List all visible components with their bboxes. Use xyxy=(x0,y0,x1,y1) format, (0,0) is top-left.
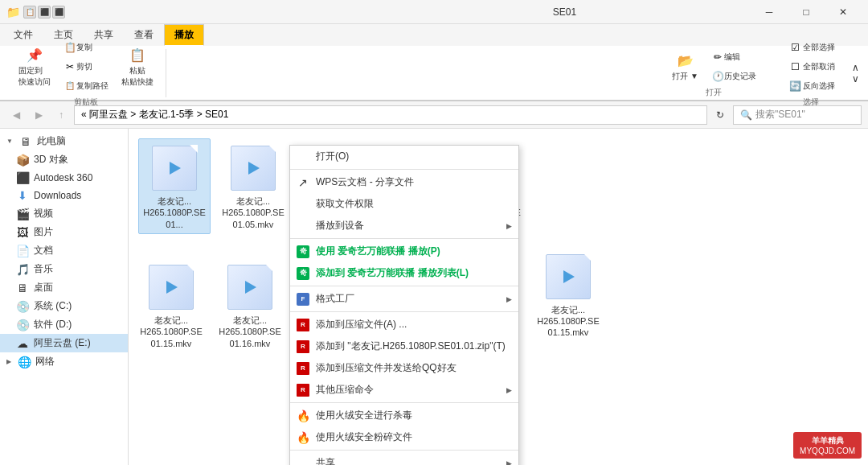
menu-play-to-device[interactable]: 播放到设备 xyxy=(290,215,518,237)
window-title: SE01 xyxy=(379,6,751,18)
nav-back-button[interactable]: ◀ xyxy=(6,105,26,125)
menu-add-to-zip[interactable]: R 添加到压缩文件(A) ... xyxy=(290,314,518,335)
menu-get-permission[interactable]: 获取文件权限 xyxy=(290,193,518,215)
maximize-button[interactable]: □ xyxy=(788,0,825,24)
sidebar-item-d-drive[interactable]: 💿 软件 (D:) xyxy=(0,315,128,334)
menu-more-compress[interactable]: R 其他压缩命令 xyxy=(290,379,518,401)
menu-open[interactable]: 打开(O) xyxy=(290,146,518,167)
sidebar-label-documents: 文档 xyxy=(34,244,53,257)
tab-file[interactable]: 文件 xyxy=(3,24,43,46)
search-icon: 🔍 xyxy=(740,109,752,121)
sidebar-item-desktop[interactable]: 🖥 桌面 xyxy=(0,278,128,297)
sidebar-item-documents[interactable]: 📄 文档 xyxy=(0,241,128,260)
file-name-2: 老友记...H265.1080P.SE01.05.mkv xyxy=(222,195,284,230)
deselect-all-button[interactable]: ☐ 全部取消 xyxy=(780,58,842,76)
tab-view[interactable]: 查看 xyxy=(124,24,164,46)
refresh-button[interactable]: ↻ xyxy=(710,105,730,125)
open-button[interactable]: 📂 打开 ▼ xyxy=(666,49,704,84)
clipboard-actions: 📌 固定到快速访问 📋 复制 ✂ 剪切 📋 复制路径 xyxy=(13,39,159,95)
play-icon-6 xyxy=(563,270,575,283)
sidebar-label-cdrive: 系统 (C:) xyxy=(34,299,72,313)
titlebar-icon3: ⬛ xyxy=(52,6,65,19)
format-icon: F xyxy=(297,293,309,306)
network-expand-arrow: ▶ xyxy=(6,358,11,365)
desktop-icon: 🖥 xyxy=(16,282,29,294)
copy-path-label: 复制路径 xyxy=(76,80,108,92)
search-box[interactable]: 🔍 搜索"SE01" xyxy=(733,105,862,125)
play-icon-7 xyxy=(166,281,178,294)
minimize-button[interactable]: ─ xyxy=(751,0,788,24)
invert-label: 反向选择 xyxy=(803,80,835,92)
iqiyi-play-icon: 奇 xyxy=(297,245,309,258)
select-actions: ☑ 全部选择 ☐ 全部取消 🔄 反向选择 xyxy=(780,39,842,95)
sidebar-item-network[interactable]: ▶ 🌐 网络 xyxy=(0,352,128,371)
titlebar-icon1: 📋 xyxy=(23,6,36,19)
file-name-1: 老友记...H265.1080P.SE01... xyxy=(143,195,205,230)
sidebar-item-downloads[interactable]: ⬇ Downloads xyxy=(0,187,128,204)
search-placeholder: 搜索"SE01" xyxy=(755,108,805,121)
file-icon-8 xyxy=(224,261,276,313)
window-controls: ─ □ ✕ xyxy=(751,0,862,24)
watermark: 羊羊精典 MYQQJD.COM xyxy=(793,432,862,459)
sidebar-label-desktop: 桌面 xyxy=(34,281,53,294)
menu-fire-shred[interactable]: 🔥 使用火绒安全粉碎文件 xyxy=(290,426,518,448)
menu-fire-scan[interactable]: 🔥 使用火绒安全进行杀毒 xyxy=(290,405,518,426)
file-item-2[interactable]: 老友记...H265.1080P.SE01.05.mkv xyxy=(217,138,289,234)
close-button[interactable]: ✕ xyxy=(825,0,862,24)
tab-play[interactable]: 播放 xyxy=(164,24,204,46)
sep4 xyxy=(290,311,518,312)
address-box[interactable]: « 阿里云盘 > 老友记.1-5季 > SE01 xyxy=(74,105,707,125)
sep5 xyxy=(290,402,518,403)
fire2-icon: 🔥 xyxy=(297,431,309,444)
menu-iqiyi-play[interactable]: 奇 使用 爱奇艺万能联播 播放(P) xyxy=(290,241,518,262)
titlebar-icon2: ⬛ xyxy=(38,6,51,19)
copy-path-button[interactable]: 📋 复制路径 xyxy=(59,77,113,95)
sidebar-item-videos[interactable]: 🎬 视频 xyxy=(0,204,128,223)
sidebar-item-autodesk[interactable]: ⬛ Autodesk 360 xyxy=(0,169,128,187)
edrive-icon: ☁ xyxy=(16,337,29,350)
pin-button[interactable]: 📌 固定到快速访问 xyxy=(13,43,56,90)
menu-share[interactable]: 共享 xyxy=(290,452,518,465)
sidebar-item-thispc[interactable]: ▼ 🖥 此电脑 xyxy=(0,132,128,150)
sidebar-item-3dobjects[interactable]: 📦 3D 对象 xyxy=(0,150,128,169)
sidebar-item-pictures[interactable]: 🖼 图片 xyxy=(0,223,128,241)
open-actions: 📂 打开 ▼ ✏ 编辑 🕐 历史记录 xyxy=(666,48,760,85)
nav-forward-button[interactable]: ▶ xyxy=(29,105,48,125)
cut-button[interactable]: ✂ 剪切 xyxy=(59,58,113,76)
window-icon: 📁 xyxy=(6,6,20,19)
watermark-text1: 羊羊精典 xyxy=(800,435,855,446)
play-icon-8 xyxy=(245,281,256,294)
menu-iqiyi-add[interactable]: 奇 添加到 爱奇艺万能联播 播放列表(L) xyxy=(290,262,518,284)
history-button[interactable]: 🕐 历史记录 xyxy=(707,68,760,85)
sidebar-item-e-drive[interactable]: ☁ 阿里云盘 (E:) xyxy=(0,334,128,352)
title-bar: 📁 📋 ⬛ ⬛ SE01 ─ □ ✕ xyxy=(0,0,868,24)
paste-button[interactable]: 📋 粘贴 粘贴快捷 xyxy=(116,43,159,90)
sidebar-item-c-drive[interactable]: 💿 系统 (C:) xyxy=(0,297,128,315)
file-item-6[interactable]: 老友记...H265.1080P.SE01.15.mkv xyxy=(532,247,604,343)
file-item-8[interactable]: 老友记...H265.1080P.SE01.16.mkv xyxy=(214,257,286,353)
sidebar-item-music[interactable]: 🎵 音乐 xyxy=(0,260,128,278)
file-name-8: 老友记...H265.1080P.SE01.16.mkv xyxy=(219,315,280,349)
ribbon: 文件 主页 共享 查看 播放 📌 固定到快速访问 📋 复制 ✂ xyxy=(0,24,868,101)
menu-add-to-named-zip[interactable]: R 添加到 "老友记.H265.1080P.SE01.01.zip"(T) xyxy=(290,335,518,357)
edit-button[interactable]: ✏ 编辑 xyxy=(707,48,760,66)
menu-add-and-send-qq[interactable]: R 添加到压缩文件并发送给QQ好友 xyxy=(290,357,518,379)
sidebar-label-autodesk: Autodesk 360 xyxy=(34,172,92,183)
invert-button[interactable]: 🔄 反向选择 xyxy=(780,77,842,95)
tab-home[interactable]: 主页 xyxy=(43,24,84,46)
address-bar: ◀ ▶ ↑ « 阿里云盘 > 老友记.1-5季 > SE01 ↻ 🔍 搜索"SE… xyxy=(0,101,868,129)
file-row-2: 老友记...H265.1080P.SE01.15.mkv 老友记...H265.… xyxy=(135,257,286,353)
file-item-7[interactable]: 老友记...H265.1080P.SE01.15.mkv xyxy=(135,257,207,353)
ribbon-scroll-btn[interactable]: ∧∨ xyxy=(849,62,862,84)
select-all-button[interactable]: ☑ 全部选择 xyxy=(780,39,842,56)
deselect-label: 全部取消 xyxy=(803,61,835,72)
file-area: 老友记...H265.1080P.SE01... 老友记...H265.1080… xyxy=(129,129,868,465)
downloads-icon: ⬇ xyxy=(16,189,29,202)
nav-up-button[interactable]: ↑ xyxy=(51,105,71,125)
tab-share[interactable]: 共享 xyxy=(84,24,124,46)
menu-wps-share[interactable]: ↗ WPS云文档 - 分享文件 xyxy=(290,171,518,193)
ribbon-group-select: ☑ 全部选择 ☐ 全部取消 🔄 反向选择 选择 xyxy=(773,49,849,97)
menu-format-factory[interactable]: F 格式工厂 xyxy=(290,288,518,310)
file-item-1[interactable]: 老友记...H265.1080P.SE01... xyxy=(138,138,211,234)
copy-path-icon: 📋 xyxy=(63,80,76,93)
